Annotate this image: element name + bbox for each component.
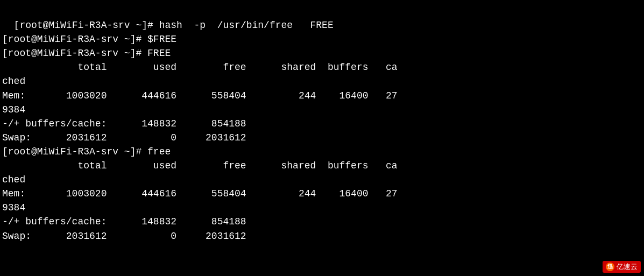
terminal-line-15: -/+ buffers/cache: 148832 854188 (2, 216, 246, 227)
terminal-line-3: [root@MiWiFi-R3A-srv ~]# FREE (2, 48, 171, 59)
terminal-output: [root@MiWiFi-R3A-srv ~]# hash -p /usr/bi… (0, 0, 644, 247)
terminal-line-8: -/+ buffers/cache: 148832 854188 (2, 118, 246, 129)
terminal-line-14: 9384 (2, 202, 25, 213)
terminal-line-2: [root@MiWiFi-R3A-srv ~]# $FREE (2, 34, 176, 45)
terminal-line-5: ched (2, 76, 25, 87)
terminal-line-7: 9384 (2, 104, 25, 115)
terminal-line-16: Swap: 2031612 0 2031612 (2, 231, 246, 242)
terminal-line-10: [root@MiWiFi-R3A-srv ~]# free (2, 146, 171, 157)
terminal-line-4: total used free shared buffers ca (2, 62, 398, 73)
terminal-line-13: Mem: 1003020 444616 558404 244 16400 27 (2, 188, 398, 199)
terminal-line-12: ched (2, 174, 25, 185)
watermark-icon: 迅 (606, 263, 614, 271)
watermark-badge: 迅 亿速云 (603, 261, 641, 273)
terminal-line-1: [root@MiWiFi-R3A-srv ~]# hash -p /usr/bi… (14, 20, 334, 31)
terminal-line-6: Mem: 1003020 444616 558404 244 16400 27 (2, 90, 398, 101)
terminal-line-9: Swap: 2031612 0 2031612 (2, 132, 246, 143)
terminal-line-11: total used free shared buffers ca (2, 160, 398, 171)
watermark-text: 亿速云 (617, 262, 638, 272)
